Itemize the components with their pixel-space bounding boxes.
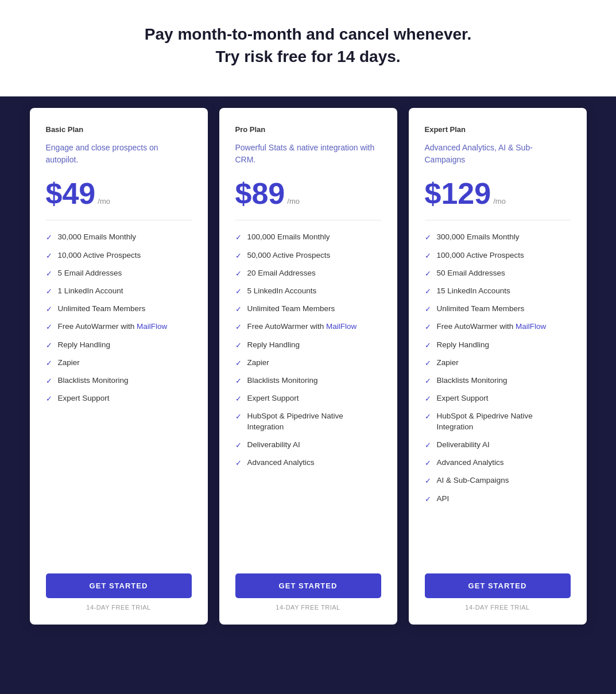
feature-item: ✓ Reply Handling <box>46 340 192 351</box>
price-amount: $129 <box>425 179 491 208</box>
feature-item: ✓ Advanced Analytics <box>235 458 381 468</box>
feature-item: ✓ 20 Email Addresses <box>235 268 381 279</box>
price-divider <box>46 220 192 220</box>
mailflow-link[interactable]: MailFlow <box>137 322 167 331</box>
feature-item: ✓ Zapier <box>46 358 192 369</box>
feature-item: ✓ 50 Email Addresses <box>425 268 571 279</box>
feature-item: ✓ Advanced Analytics <box>425 458 571 468</box>
check-icon: ✓ <box>46 394 52 404</box>
check-icon: ✓ <box>235 394 242 404</box>
plan-price: $49 /mo <box>46 179 192 208</box>
feature-item: ✓ Free AutoWarmer with MailFlow <box>46 321 192 332</box>
plan-name: Pro Plan <box>235 125 381 134</box>
check-icon: ✓ <box>235 304 242 315</box>
features-list: ✓ 100,000 Emails Monthly ✓ 50,000 Active… <box>235 232 381 562</box>
check-icon: ✓ <box>46 251 52 261</box>
check-icon: ✓ <box>46 358 52 369</box>
features-list: ✓ 300,000 Emails Monthly ✓ 100,000 Activ… <box>425 232 571 562</box>
check-icon: ✓ <box>425 286 431 297</box>
plan-name: Expert Plan <box>425 125 571 134</box>
check-icon: ✓ <box>235 358 242 369</box>
check-icon: ✓ <box>46 304 52 315</box>
feature-item: ✓ AI & Sub-Campaigns <box>425 475 571 486</box>
price-amount: $49 <box>46 179 96 208</box>
check-icon: ✓ <box>425 358 431 369</box>
feature-item: ✓ 5 LinkedIn Accounts <box>235 286 381 297</box>
feature-item: ✓ Unlimited Team Members <box>425 304 571 315</box>
feature-item: ✓ 30,000 Emails Monthly <box>46 232 192 243</box>
feature-item: ✓ Deliverability AI <box>235 440 381 451</box>
check-icon: ✓ <box>425 322 431 332</box>
free-trial-label: 14-DAY FREE TRIAL <box>235 604 381 611</box>
feature-item: ✓ Unlimited Team Members <box>46 304 192 315</box>
feature-item: ✓ Zapier <box>235 358 381 369</box>
feature-item: ✓ 5 Email Addresses <box>46 268 192 279</box>
price-period: /mo <box>493 197 506 206</box>
check-icon: ✓ <box>425 476 431 486</box>
plan-tagline: Powerful Stats & native integration with… <box>235 142 381 167</box>
check-icon: ✓ <box>425 494 431 505</box>
check-icon: ✓ <box>425 440 431 451</box>
plans-container: Basic Plan Engage and close prospects on… <box>0 96 616 648</box>
get-started-button[interactable]: GET STARTED <box>235 573 381 598</box>
check-icon: ✓ <box>235 232 242 243</box>
check-icon: ✓ <box>46 340 52 351</box>
plan-price: $129 /mo <box>425 179 571 208</box>
feature-item: ✓ Free AutoWarmer with MailFlow <box>425 321 571 332</box>
feature-item: ✓ Reply Handling <box>425 340 571 351</box>
feature-item: ✓ HubSpot & Pipedrive Native Integration <box>235 411 381 433</box>
header: Pay month-to-month and cancel whenever. … <box>0 0 616 96</box>
check-icon: ✓ <box>46 286 52 297</box>
feature-item: ✓ Free AutoWarmer with MailFlow <box>235 321 381 332</box>
check-icon: ✓ <box>235 251 242 261</box>
plan-name: Basic Plan <box>46 125 192 134</box>
check-icon: ✓ <box>235 340 242 351</box>
feature-item: ✓ 50,000 Active Prospects <box>235 250 381 261</box>
feature-item: ✓ 1 LinkedIn Account <box>46 286 192 297</box>
check-icon: ✓ <box>425 394 431 404</box>
check-icon: ✓ <box>235 412 242 422</box>
feature-item: ✓ Expert Support <box>425 393 571 404</box>
check-icon: ✓ <box>235 322 242 332</box>
price-period: /mo <box>98 197 110 206</box>
feature-item: ✓ Expert Support <box>235 393 381 404</box>
price-divider <box>425 220 571 220</box>
get-started-button[interactable]: GET STARTED <box>46 573 192 598</box>
check-icon: ✓ <box>425 251 431 261</box>
check-icon: ✓ <box>235 286 242 297</box>
feature-item: ✓ 100,000 Active Prospects <box>425 250 571 261</box>
feature-item: ✓ Expert Support <box>46 393 192 404</box>
feature-item: ✓ 15 LinkedIn Accounts <box>425 286 571 297</box>
feature-item: ✓ API <box>425 494 571 505</box>
feature-item: ✓ Blacklists Monitoring <box>46 375 192 386</box>
check-icon: ✓ <box>425 269 431 279</box>
check-icon: ✓ <box>425 376 431 386</box>
feature-item: ✓ Blacklists Monitoring <box>425 375 571 386</box>
feature-item: ✓ Zapier <box>425 358 571 369</box>
check-icon: ✓ <box>46 322 52 332</box>
mailflow-link[interactable]: MailFlow <box>326 322 357 331</box>
feature-item: ✓ HubSpot & Pipedrive Native Integration <box>425 411 571 433</box>
check-icon: ✓ <box>425 340 431 351</box>
feature-item: ✓ 100,000 Emails Monthly <box>235 232 381 243</box>
check-icon: ✓ <box>46 232 52 243</box>
header-title: Pay month-to-month and cancel whenever. … <box>11 23 605 68</box>
price-period: /mo <box>287 197 300 206</box>
features-list: ✓ 30,000 Emails Monthly ✓ 10,000 Active … <box>46 232 192 562</box>
plan-card-pro: Pro Plan Powerful Stats & native integra… <box>219 108 397 625</box>
check-icon: ✓ <box>235 269 242 279</box>
feature-item: ✓ 10,000 Active Prospects <box>46 250 192 261</box>
get-started-button[interactable]: GET STARTED <box>425 573 571 598</box>
check-icon: ✓ <box>235 440 242 451</box>
check-icon: ✓ <box>425 304 431 315</box>
price-amount: $89 <box>235 179 285 208</box>
feature-item: ✓ Blacklists Monitoring <box>235 375 381 386</box>
mailflow-link[interactable]: MailFlow <box>516 322 546 331</box>
feature-item: ✓ 300,000 Emails Monthly <box>425 232 571 243</box>
free-trial-label: 14-DAY FREE TRIAL <box>46 604 192 611</box>
feature-item: ✓ Deliverability AI <box>425 440 571 451</box>
plan-price: $89 /mo <box>235 179 381 208</box>
check-icon: ✓ <box>235 376 242 386</box>
check-icon: ✓ <box>425 232 431 243</box>
check-icon: ✓ <box>425 412 431 422</box>
